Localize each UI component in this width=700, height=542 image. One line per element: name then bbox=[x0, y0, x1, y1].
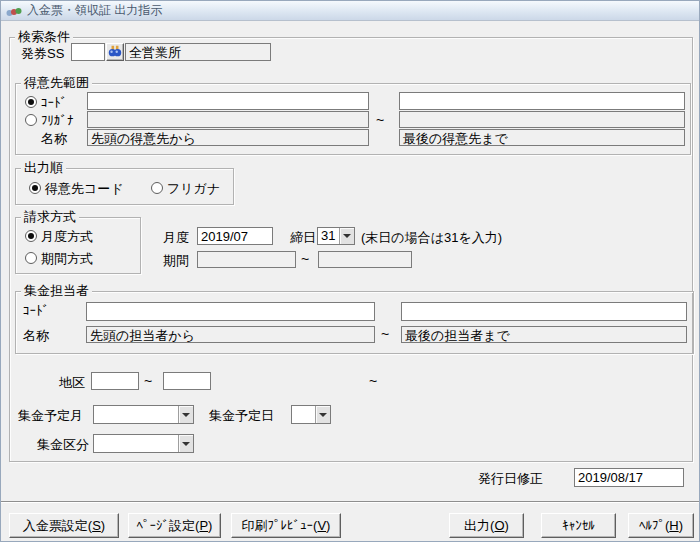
customer-range-code-radio[interactable] bbox=[25, 96, 37, 108]
period-from-field bbox=[197, 251, 296, 268]
dialog-window: 入金票・領収証 出力指示 検索条件 発券SS 全営業所 得意先範囲 ｺｰﾄﾞ ﾌ… bbox=[0, 0, 700, 542]
schedule-day-label: 集金予定日 bbox=[209, 408, 274, 423]
chevron-down-icon bbox=[319, 413, 327, 417]
period-label: 期間 bbox=[163, 253, 189, 268]
slip-settings-button[interactable]: 入金票設定(S) bbox=[9, 513, 119, 538]
period-tilde: ~ bbox=[301, 252, 309, 266]
customer-from-kana-field bbox=[87, 111, 369, 128]
issuing-ss-name-field: 全営業所 bbox=[125, 43, 271, 61]
issue-date-label: 発行日修正 bbox=[478, 471, 543, 486]
group-collector bbox=[15, 291, 694, 354]
group-search-conditions-legend: 検索条件 bbox=[15, 30, 73, 43]
customer-range-code-radio-label[interactable]: ｺｰﾄﾞ bbox=[41, 95, 67, 110]
collector-tilde: ~ bbox=[381, 327, 389, 341]
output-button[interactable]: 出力(O) bbox=[449, 513, 524, 538]
district-to-input[interactable] bbox=[163, 372, 211, 390]
binoculars-icon bbox=[108, 44, 122, 57]
billing-monthly-radio[interactable] bbox=[25, 230, 37, 242]
billing-monthly-radio-label[interactable]: 月度方式 bbox=[41, 229, 93, 244]
customer-from-name-field: 先頭の得意先から bbox=[87, 129, 369, 146]
customer-range-tilde: ~ bbox=[376, 113, 384, 127]
group-customer-range-legend: 得意先範囲 bbox=[21, 76, 92, 89]
issuing-ss-code-input[interactable] bbox=[71, 43, 105, 61]
help-button[interactable]: ﾍﾙﾌﾟ(H) bbox=[628, 513, 694, 538]
cancel-button[interactable]: ｷｬﾝｾﾙ bbox=[541, 513, 616, 538]
district-label: 地区 bbox=[59, 375, 85, 390]
billing-period-radio-label[interactable]: 期間方式 bbox=[41, 251, 93, 266]
app-icon bbox=[6, 5, 22, 17]
customer-range-name-label: 名称 bbox=[41, 131, 67, 146]
collector-from-code-input[interactable] bbox=[86, 302, 375, 321]
closing-day-dropdown[interactable]: 31 bbox=[317, 227, 355, 245]
category-label: 集金区分 bbox=[37, 437, 89, 452]
district-from-input[interactable] bbox=[91, 372, 139, 390]
schedule-month-dropdown[interactable] bbox=[93, 405, 194, 424]
closing-day-dropdown-button[interactable] bbox=[339, 228, 354, 244]
period-to-field bbox=[318, 251, 412, 268]
chevron-down-icon bbox=[182, 413, 190, 417]
customer-to-name-field: 最後の得意先まで bbox=[399, 129, 685, 146]
category-dropdown[interactable] bbox=[93, 434, 194, 453]
footer-separator bbox=[1, 501, 700, 503]
customer-from-code-input[interactable] bbox=[87, 92, 369, 110]
collector-to-code-input[interactable] bbox=[401, 302, 687, 321]
collector-code-label: ｺｰﾄﾞ bbox=[23, 303, 49, 318]
customer-range-kana-radio[interactable] bbox=[25, 114, 37, 126]
window-title: 入金票・領収証 出力指示 bbox=[27, 2, 162, 19]
title-bar[interactable]: 入金票・領収証 出力指示 bbox=[1, 1, 699, 21]
schedule-day-dropdown[interactable] bbox=[291, 405, 331, 424]
schedule-month-label: 集金予定月 bbox=[18, 408, 83, 423]
issuing-ss-label: 発券SS bbox=[21, 46, 64, 61]
group-billing-method-legend: 請求方式 bbox=[21, 210, 79, 223]
customer-to-code-input[interactable] bbox=[399, 92, 685, 110]
collector-to-name-field: 最後の担当者まで bbox=[401, 326, 687, 343]
customer-range-kana-radio-label[interactable]: ﾌﾘｶﾞﾅ bbox=[41, 113, 74, 128]
page-settings-button[interactable]: ﾍﾟｰｼﾞ設定(P) bbox=[128, 513, 221, 538]
issue-date-input[interactable] bbox=[574, 468, 684, 487]
output-order-kana-radio-label[interactable]: フリガナ bbox=[167, 181, 220, 196]
collector-from-name-field: 先頭の担当者から bbox=[86, 326, 375, 343]
schedule-month-dropdown-button[interactable] bbox=[178, 406, 193, 423]
output-order-kana-radio[interactable] bbox=[151, 182, 163, 194]
print-preview-button[interactable]: 印刷ﾌﾟﾚﾋﾞｭｰ(V) bbox=[231, 513, 341, 538]
chevron-down-icon bbox=[182, 442, 190, 446]
chevron-down-icon bbox=[343, 234, 351, 238]
closing-day-label: 締日 bbox=[290, 230, 316, 245]
output-order-code-radio-label[interactable]: 得意先コード bbox=[45, 181, 124, 196]
closing-day-value: 31 bbox=[321, 229, 335, 243]
output-order-code-radio[interactable] bbox=[29, 182, 41, 194]
customer-to-kana-field bbox=[399, 111, 685, 128]
closing-day-note: (末日の場合は31を入力) bbox=[361, 230, 502, 245]
collector-name-label: 名称 bbox=[23, 328, 49, 343]
group-collector-legend: 集金担当者 bbox=[21, 284, 92, 297]
month-label: 月度 bbox=[163, 230, 189, 245]
billing-period-radio[interactable] bbox=[25, 252, 37, 264]
issuing-ss-lookup-button[interactable] bbox=[106, 43, 124, 61]
district-tilde: ~ bbox=[144, 374, 152, 388]
month-input[interactable] bbox=[197, 227, 273, 245]
category-dropdown-button[interactable] bbox=[178, 435, 193, 452]
stray-range-tilde: ~ bbox=[369, 374, 377, 388]
group-output-order-legend: 出力順 bbox=[21, 161, 66, 174]
schedule-day-dropdown-button[interactable] bbox=[315, 406, 330, 423]
